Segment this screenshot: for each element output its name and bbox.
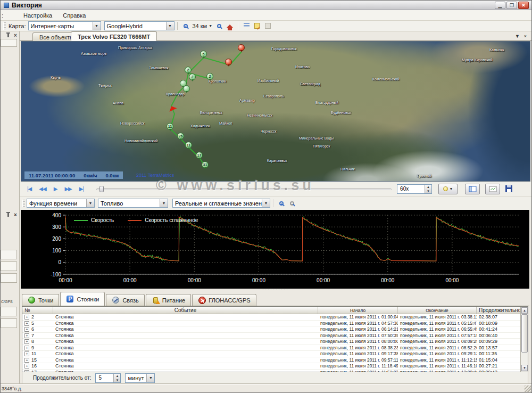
map-distance: 0.0км	[105, 173, 119, 178]
rewind-button[interactable]: ◀◀	[39, 186, 46, 192]
fast-forward-button[interactable]: ▶▶	[64, 186, 71, 192]
expand-icon[interactable]: +	[24, 358, 29, 363]
chart-panel-button[interactable]	[485, 184, 500, 194]
map-view[interactable]: Азовское мореПриморско-АхтарскГородовико…	[21, 41, 530, 182]
chart-zoom-in-button[interactable]: +	[276, 199, 287, 208]
menu-settings[interactable]: Настройка	[18, 11, 57, 20]
zoom-in-button[interactable]: +	[180, 21, 191, 31]
track-point-marker[interactable]: 17	[196, 152, 203, 159]
col-event[interactable]: Событие	[53, 307, 318, 314]
scroll-thumb[interactable]	[521, 314, 528, 353]
minimize-button[interactable]: ▁	[495, 2, 505, 9]
track-point-marker[interactable]: 11	[167, 123, 173, 130]
track-point-marker[interactable]: 2	[189, 73, 196, 80]
track-point-marker[interactable]: 26	[177, 133, 184, 140]
expand-icon[interactable]: +	[24, 346, 29, 350]
chart-zoom-out-button[interactable]: −	[287, 199, 297, 208]
table-row[interactable]: +8Стоянкапонедельник, 11 июля 2011 г. 08…	[22, 339, 528, 345]
menu-help[interactable]: Справка	[57, 11, 91, 20]
duration-unit-combo[interactable]: минут▼	[125, 373, 155, 383]
chevron-down-icon[interactable]: ▼	[86, 199, 94, 207]
speed-chart[interactable]: 4003002001000-10000:0000:0000:0000:0000:…	[21, 210, 529, 289]
expand-icon[interactable]: +	[24, 339, 29, 344]
table-row[interactable]: +5Стоянкапонедельник, 11 июля 2011 г. 04…	[22, 321, 528, 327]
pin-icon[interactable]	[7, 33, 9, 37]
mode-combo[interactable]: Реальные и сглаженные значен▼	[172, 199, 270, 208]
table-scrollbar[interactable]: ▲ ▼	[520, 307, 528, 372]
resize-grip[interactable]	[525, 386, 531, 392]
function-combo[interactable]: Функция времени▼	[27, 199, 95, 208]
speed-spinner[interactable]: 60x▲▼	[397, 184, 432, 194]
table-row[interactable]: +2Стоянкапонедельник, 11 июля 2011 г. 01…	[22, 314, 528, 321]
track-point-marker[interactable]: 11	[185, 142, 192, 149]
scroll-down-icon[interactable]: ▼	[521, 365, 528, 371]
map-type-combo[interactable]: GoogleHybrid▼	[104, 21, 174, 30]
tab-stops[interactable]: P Стоянки	[60, 292, 105, 306]
col-duration[interactable]: Продолжительность	[477, 307, 521, 314]
tab-list-dropdown-icon[interactable]: ▼	[514, 33, 521, 40]
left-panel-fragment	[1, 273, 17, 283]
spinner-arrows-icon[interactable]: ▲▼	[425, 185, 431, 193]
duration-value-spinner[interactable]: 5▲▼	[95, 373, 121, 383]
playback-slider[interactable]	[96, 185, 392, 193]
toolbar-grip[interactable]	[3, 22, 6, 30]
skip-start-button[interactable]: |◀	[27, 186, 31, 192]
tab-glonass-gps[interactable]: ГЛОНАСС/GPS	[192, 294, 256, 306]
tab-power[interactable]: Питание	[146, 294, 191, 306]
col-end[interactable]: Окончание	[398, 307, 477, 314]
chevron-down-icon[interactable]: ▼	[146, 374, 154, 382]
expand-icon[interactable]: +	[24, 333, 29, 338]
chevron-down-icon[interactable]: ▼	[262, 199, 270, 207]
chevron-down-icon[interactable]: ▼	[166, 22, 174, 30]
expand-icon[interactable]: +	[24, 351, 29, 356]
close-button[interactable]: ✕	[518, 2, 529, 9]
track-point-marker[interactable]: 2	[185, 67, 192, 73]
track-point-marker[interactable]: 2	[206, 73, 213, 80]
map-panel-button[interactable]	[465, 184, 480, 194]
pin-icon[interactable]	[7, 212, 9, 217]
close-icon[interactable]: ×	[14, 33, 17, 38]
col-start[interactable]: Начало	[318, 307, 398, 314]
expand-icon[interactable]: +	[24, 321, 29, 326]
map-scale-dropdown[interactable]: 34 км▼	[191, 23, 214, 29]
save-button[interactable]	[505, 185, 512, 192]
list-button[interactable]	[241, 21, 252, 31]
tab-close-icon[interactable]: ×	[522, 33, 529, 40]
parameter-combo[interactable]: Топливо▼	[98, 199, 168, 208]
close-icon[interactable]: ×	[14, 212, 17, 217]
toolbar-grip[interactable]	[22, 200, 25, 207]
tab-points[interactable]: Точки	[22, 294, 59, 306]
home-button[interactable]	[225, 21, 235, 31]
scroll-up-icon[interactable]: ▲	[521, 307, 528, 314]
map-source-combo[interactable]: Интернет-карты▼	[28, 21, 101, 30]
edit-button[interactable]	[252, 21, 262, 31]
track-point-marker[interactable]: 31	[202, 161, 209, 168]
expand-icon[interactable]: +	[24, 327, 29, 332]
table-row[interactable]: +6Стоянкапонедельник, 11 июля 2011 г. 06…	[22, 326, 528, 333]
balloon-toggle-button[interactable]: ▼	[438, 184, 458, 194]
spinner-arrows-icon[interactable]: ▲▼	[113, 374, 120, 382]
expand-icon[interactable]: +	[24, 315, 29, 320]
slider-thumb[interactable]	[99, 186, 104, 192]
tab-track-volvo[interactable]: Трек Volvo FE320 Т666МТ	[71, 31, 157, 41]
skip-end-button[interactable]: ▶|	[79, 186, 84, 192]
table-row[interactable]: +15Стоянкапонедельник, 11 июля 2011 г. 0…	[22, 357, 528, 364]
tab-connection[interactable]: Связь	[106, 294, 144, 306]
table-row[interactable]: +11Стоянкапонедельник, 11 июля 2011 г. 0…	[22, 351, 528, 357]
zoom-out-button[interactable]: −	[214, 21, 225, 31]
finish-flag-marker[interactable]	[238, 44, 245, 51]
chart-legend: СкоростьСкорость сглаженное	[74, 217, 198, 223]
restore-button[interactable]: ❐	[506, 2, 517, 9]
title-bar[interactable]: Виктория ▁ ❐ ✕	[1, 1, 531, 10]
col-number[interactable]: №	[22, 307, 53, 314]
table-row[interactable]: +9Стоянкапонедельник, 11 июля 2011 г. 08…	[22, 345, 528, 351]
play-button[interactable]: ▶	[54, 186, 57, 192]
table-row[interactable]: +7Стоянкапонедельник, 11 июля 2011 г. 07…	[22, 333, 528, 339]
finish-flag-marker[interactable]	[225, 59, 232, 66]
chevron-down-icon[interactable]: ▼	[160, 199, 168, 207]
table-row[interactable]: +16Стоянкапонедельник, 11 июля 2011 г. 1…	[22, 363, 528, 370]
expand-icon[interactable]: +	[24, 364, 29, 369]
track-point-marker[interactable]	[183, 85, 190, 92]
track-point-marker[interactable]: 5	[200, 51, 207, 58]
chevron-down-icon[interactable]: ▼	[93, 22, 101, 30]
